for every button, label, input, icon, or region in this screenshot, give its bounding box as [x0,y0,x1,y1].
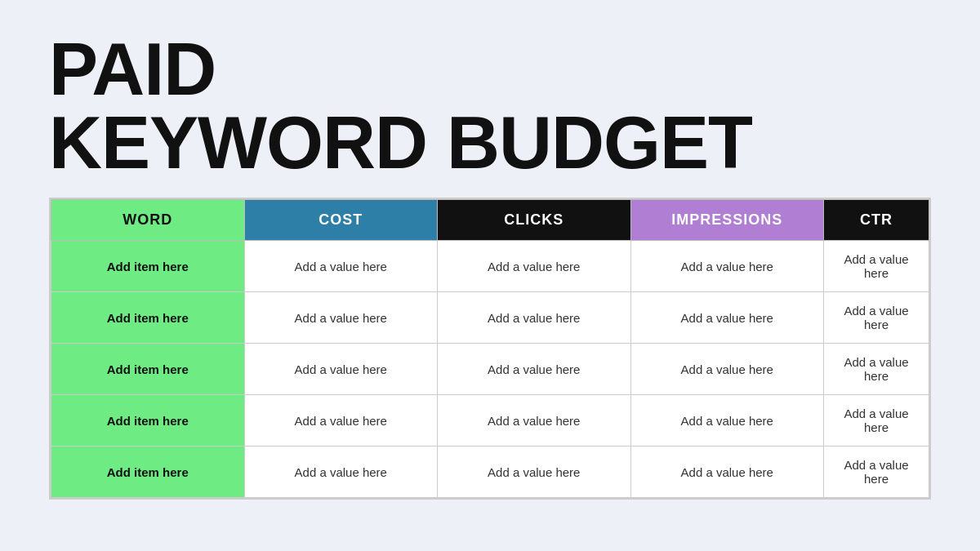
cell-impressions-2[interactable]: Add a value here [630,344,824,395]
title-line1: PAID [49,29,216,110]
keyword-budget-table: WORD COST CLICKS IMPRESSIONS CTR Add ite… [49,198,931,500]
table-row: Add item hereAdd a value hereAdd a value… [51,447,929,498]
cell-cost-1[interactable]: Add a value here [244,292,438,344]
cell-ctr-0[interactable]: Add a value here [824,241,929,292]
cell-clicks-3[interactable]: Add a value here [438,395,631,447]
cell-clicks-4[interactable]: Add a value here [438,447,631,498]
cell-word-4[interactable]: Add item here [51,447,245,498]
cell-word-3[interactable]: Add item here [51,395,245,447]
title-line2: KEYWORD BUDGET [49,102,752,184]
cell-impressions-3[interactable]: Add a value here [630,395,824,447]
cell-ctr-1[interactable]: Add a value here [824,292,929,344]
page-title: PAID KEYWORD BUDGET [49,33,931,180]
header-word: WORD [51,200,245,241]
header-cost: COST [244,200,438,241]
cell-ctr-4[interactable]: Add a value here [824,447,929,498]
cell-impressions-0[interactable]: Add a value here [630,241,824,292]
header-ctr: CTR [824,200,929,241]
cell-ctr-2[interactable]: Add a value here [824,344,929,395]
table-row: Add item hereAdd a value hereAdd a value… [51,241,929,292]
cell-impressions-1[interactable]: Add a value here [630,292,824,344]
cell-cost-2[interactable]: Add a value here [244,344,438,395]
cell-word-0[interactable]: Add item here [51,241,245,292]
cell-cost-4[interactable]: Add a value here [244,447,438,498]
table-row: Add item hereAdd a value hereAdd a value… [51,344,929,395]
cell-word-2[interactable]: Add item here [51,344,245,395]
cell-cost-0[interactable]: Add a value here [244,241,438,292]
cell-ctr-3[interactable]: Add a value here [824,395,929,447]
cell-cost-3[interactable]: Add a value here [244,395,438,447]
cell-clicks-1[interactable]: Add a value here [438,292,631,344]
cell-word-1[interactable]: Add item here [51,292,245,344]
table-header-row: WORD COST CLICKS IMPRESSIONS CTR [51,200,929,241]
header-impressions: IMPRESSIONS [630,200,824,241]
cell-clicks-2[interactable]: Add a value here [438,344,631,395]
cell-impressions-4[interactable]: Add a value here [630,447,824,498]
table-row: Add item hereAdd a value hereAdd a value… [51,292,929,344]
header-clicks: CLICKS [438,200,631,241]
table-row: Add item hereAdd a value hereAdd a value… [51,395,929,447]
cell-clicks-0[interactable]: Add a value here [438,241,631,292]
